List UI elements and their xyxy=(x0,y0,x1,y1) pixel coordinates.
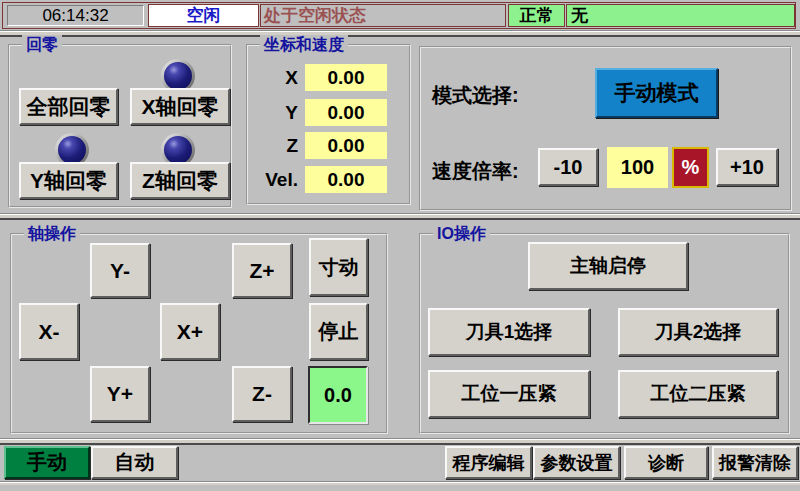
alarm-clear-button[interactable]: 报警清除 xyxy=(712,446,798,479)
spindle-start-stop-button[interactable]: 主轴启停 xyxy=(528,242,688,290)
home-y-button[interactable]: Y轴回零 xyxy=(19,162,118,199)
auto-mode-tab[interactable]: 自动 xyxy=(91,446,178,479)
x-coord-label: X xyxy=(248,64,298,91)
led-core xyxy=(164,136,192,164)
io-operation-group: IO操作 主轴启停 刀具1选择 刀具2选择 工位一压紧 工位二压紧 xyxy=(419,233,790,434)
x-minus-button[interactable]: X- xyxy=(19,303,79,360)
divider xyxy=(0,481,800,485)
speed-override-label: 速度倍率: xyxy=(432,158,519,185)
station1-clamp-button[interactable]: 工位一压紧 xyxy=(428,370,590,418)
x-plus-button[interactable]: X+ xyxy=(160,303,220,360)
x-coord-value: 0.00 xyxy=(305,64,387,91)
diagnosis-button[interactable]: 诊断 xyxy=(624,446,708,479)
divider xyxy=(0,438,800,445)
program-edit-button[interactable]: 程序编辑 xyxy=(445,446,532,479)
y-coord-value: 0.00 xyxy=(305,99,387,126)
z-coord-value: 0.00 xyxy=(305,132,387,159)
io-group-title: IO操作 xyxy=(433,224,490,243)
percent-sign: % xyxy=(672,147,709,188)
y-plus-button[interactable]: Y+ xyxy=(90,366,150,422)
divider xyxy=(0,213,800,220)
homing-group: 回零 全部回零 X轴回零 Y轴回零 Z轴回零 xyxy=(8,44,232,208)
clock-display: 06:14:32 xyxy=(7,5,144,26)
speed-override-value[interactable]: 100 xyxy=(607,147,668,188)
z-plus-button[interactable]: Z+ xyxy=(232,243,292,298)
led-core xyxy=(164,62,192,90)
home-all-button[interactable]: 全部回零 xyxy=(19,88,118,125)
vel-label: Vel. xyxy=(248,166,298,193)
status-bar: 06:14:32 空闲 处于空闲状态 正常 无 xyxy=(2,2,796,29)
mode-select-label: 模式选择: xyxy=(432,82,519,109)
speed-plus-button[interactable]: +10 xyxy=(716,148,778,186)
alarm-message: 无 xyxy=(566,4,795,27)
status-message: 处于空闲状态 xyxy=(260,4,506,27)
tool1-select-button[interactable]: 刀具1选择 xyxy=(428,308,590,356)
jog-step-value[interactable]: 0.0 xyxy=(308,366,368,424)
axis-group-title: 轴操作 xyxy=(24,224,80,243)
homing-group-title: 回零 xyxy=(22,35,62,54)
tool2-select-button[interactable]: 刀具2选择 xyxy=(618,308,778,356)
y-coord-label: Y xyxy=(248,99,298,126)
speed-minus-button[interactable]: -10 xyxy=(538,148,598,186)
home-z-button[interactable]: Z轴回零 xyxy=(130,162,230,199)
home-x-button[interactable]: X轴回零 xyxy=(130,88,230,125)
z-coord-label: Z xyxy=(248,132,298,159)
z-minus-button[interactable]: Z- xyxy=(232,366,292,422)
y-minus-button[interactable]: Y- xyxy=(90,243,150,298)
mode-select-button[interactable]: 手动模式 xyxy=(595,68,718,118)
manual-mode-tab[interactable]: 手动 xyxy=(4,446,90,479)
parameter-settings-button[interactable]: 参数设置 xyxy=(533,446,620,479)
machine-mode-display: 空闲 xyxy=(148,4,259,27)
jog-button[interactable]: 寸动 xyxy=(309,238,368,296)
led-core xyxy=(58,136,86,164)
vel-value: 0.00 xyxy=(305,166,387,193)
coords-group: 坐标和速度 X 0.00 Y 0.00 Z 0.00 Vel. 0.00 xyxy=(246,44,411,205)
axis-operation-group: 轴操作 Y- Z+ 寸动 X- X+ 停止 Y+ Z- 0.0 xyxy=(10,233,388,434)
divider xyxy=(0,30,800,37)
mode-speed-panel: 模式选择: 手动模式 速度倍率: -10 100 % +10 xyxy=(419,46,792,211)
alarm-state-badge: 正常 xyxy=(508,4,565,27)
stop-button[interactable]: 停止 xyxy=(309,303,368,360)
coords-group-title: 坐标和速度 xyxy=(260,35,348,54)
station2-clamp-button[interactable]: 工位二压紧 xyxy=(618,370,778,418)
